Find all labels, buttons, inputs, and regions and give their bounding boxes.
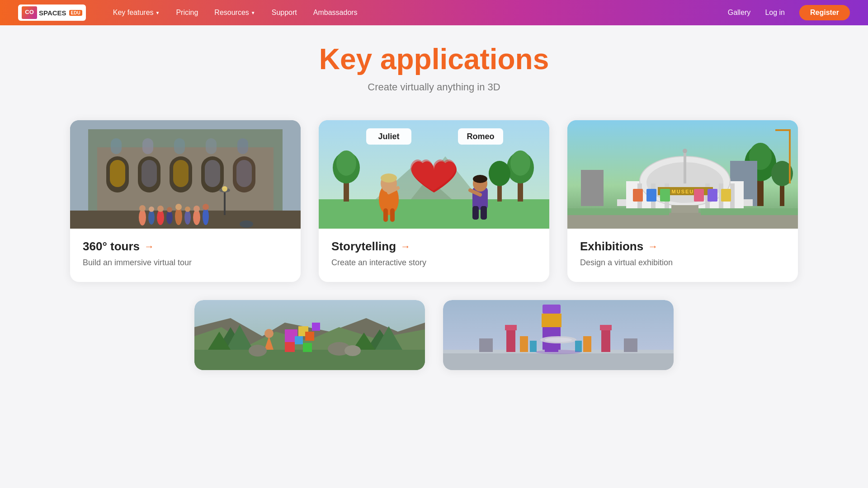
svg-rect-131 bbox=[542, 314, 561, 327]
card-storytelling-body: Storytelling → Create an interactive sto… bbox=[319, 229, 549, 282]
svg-rect-77 bbox=[789, 129, 791, 183]
svg-point-122 bbox=[264, 329, 274, 338]
svg-rect-103 bbox=[701, 208, 798, 215]
svg-rect-139 bbox=[601, 327, 610, 352]
svg-rect-78 bbox=[775, 129, 791, 131]
svg-rect-14 bbox=[236, 160, 252, 187]
page-subtitle: Create virtually anything in 3D bbox=[54, 81, 814, 93]
card-tours-body: 360° tours → Build an immersive virtual … bbox=[70, 229, 301, 282]
svg-point-22 bbox=[148, 210, 155, 225]
svg-rect-37 bbox=[224, 192, 226, 215]
svg-point-25 bbox=[175, 208, 182, 225]
card-exhibitions-desc: Design a virtual exhibition bbox=[580, 258, 785, 267]
card-exhibitions-title: Exhibitions bbox=[580, 239, 643, 253]
svg-point-125 bbox=[249, 345, 267, 357]
svg-rect-94 bbox=[633, 189, 643, 202]
svg-point-63 bbox=[473, 175, 487, 183]
support-link[interactable]: Support bbox=[272, 9, 297, 17]
svg-rect-119 bbox=[312, 323, 320, 331]
svg-point-32 bbox=[167, 207, 172, 212]
logo-edu-badge: EDU bbox=[69, 10, 82, 16]
card-nature[interactable] bbox=[194, 300, 425, 370]
card-exhibitions-arrow: → bbox=[648, 241, 658, 253]
svg-rect-18 bbox=[206, 138, 217, 154]
svg-rect-95 bbox=[646, 189, 656, 202]
card-exhibitions-body: Exhibitions → Design a virtual exhibitio… bbox=[567, 229, 798, 282]
cards-row-bottom bbox=[54, 300, 814, 370]
login-link[interactable]: Log in bbox=[765, 9, 785, 17]
svg-text:Juliet: Juliet bbox=[378, 132, 399, 141]
main-content: Key applications Create virtually anythi… bbox=[0, 25, 868, 388]
card-tours[interactable]: 360° tours → Build an immersive virtual … bbox=[70, 120, 301, 282]
svg-point-39 bbox=[222, 186, 227, 192]
svg-rect-135 bbox=[506, 327, 515, 352]
svg-rect-141 bbox=[583, 336, 591, 352]
svg-point-28 bbox=[203, 208, 209, 225]
key-features-link[interactable]: Key features ▼ bbox=[113, 9, 160, 17]
svg-rect-12 bbox=[173, 160, 189, 187]
svg-point-145 bbox=[536, 350, 581, 354]
svg-rect-60 bbox=[472, 206, 479, 220]
card-exhibitions-image: MUSEUM bbox=[567, 120, 798, 229]
cards-row-top: 360° tours → Build an immersive virtual … bbox=[54, 120, 814, 282]
card-tower[interactable] bbox=[443, 300, 674, 370]
svg-point-23 bbox=[157, 210, 164, 225]
svg-rect-99 bbox=[721, 189, 731, 202]
svg-point-21 bbox=[139, 209, 146, 225]
svg-rect-10 bbox=[110, 160, 125, 187]
svg-point-124 bbox=[344, 345, 361, 356]
card-storytelling[interactable]: Juliet Romeo Storytelling → Create an in… bbox=[319, 120, 549, 282]
svg-rect-13 bbox=[205, 160, 220, 187]
svg-rect-54 bbox=[383, 208, 388, 222]
page-title: Key applications bbox=[54, 43, 814, 75]
svg-rect-17 bbox=[174, 138, 185, 154]
resources-caret: ▼ bbox=[251, 10, 255, 15]
card-tours-image bbox=[70, 120, 301, 229]
svg-rect-19 bbox=[237, 138, 248, 154]
svg-point-24 bbox=[166, 211, 173, 224]
svg-rect-76 bbox=[581, 170, 604, 206]
svg-rect-128 bbox=[443, 353, 674, 370]
card-tours-desc: Build an immersive virtual tour bbox=[83, 258, 288, 267]
svg-point-52 bbox=[489, 161, 510, 186]
svg-rect-98 bbox=[708, 189, 717, 202]
svg-rect-96 bbox=[660, 189, 670, 202]
svg-point-85 bbox=[683, 149, 687, 153]
pricing-link[interactable]: Pricing bbox=[176, 9, 198, 17]
svg-point-30 bbox=[149, 206, 154, 212]
card-storytelling-desc: Create an interactive story bbox=[331, 258, 537, 267]
gallery-link[interactable]: Gallery bbox=[728, 9, 751, 17]
card-nature-image bbox=[194, 300, 425, 370]
svg-point-40 bbox=[240, 221, 253, 228]
svg-point-47 bbox=[336, 150, 356, 176]
card-tours-arrow: → bbox=[144, 241, 154, 253]
svg-rect-11 bbox=[142, 160, 157, 187]
page-header: Key applications Create virtually anythi… bbox=[54, 43, 814, 93]
svg-rect-101 bbox=[567, 213, 798, 229]
resources-link[interactable]: Resources ▼ bbox=[214, 9, 255, 17]
register-button[interactable]: Register bbox=[799, 5, 850, 20]
logo-spaces-text: SPACES bbox=[39, 9, 66, 17]
card-exhibitions[interactable]: MUSEUM Exhibiti bbox=[567, 120, 798, 282]
svg-rect-16 bbox=[142, 138, 153, 154]
svg-point-50 bbox=[510, 150, 530, 176]
svg-rect-61 bbox=[481, 206, 487, 220]
svg-point-27 bbox=[193, 210, 200, 225]
ambassadors-link[interactable]: Ambassadors bbox=[313, 9, 358, 17]
svg-rect-142 bbox=[575, 341, 582, 352]
svg-point-33 bbox=[175, 204, 182, 210]
svg-point-134 bbox=[545, 338, 572, 342]
logo[interactable]: CO SPACES EDU bbox=[18, 5, 86, 21]
svg-rect-117 bbox=[295, 336, 303, 344]
svg-rect-130 bbox=[542, 305, 561, 314]
svg-point-35 bbox=[193, 206, 200, 212]
svg-rect-118 bbox=[305, 332, 314, 341]
svg-point-31 bbox=[157, 206, 164, 212]
svg-rect-55 bbox=[390, 208, 395, 222]
svg-rect-84 bbox=[684, 152, 686, 183]
svg-rect-97 bbox=[694, 189, 704, 202]
svg-rect-137 bbox=[520, 336, 528, 352]
svg-rect-107 bbox=[194, 350, 425, 370]
card-storytelling-arrow: → bbox=[401, 241, 410, 253]
card-tours-title: 360° tours bbox=[83, 239, 140, 253]
